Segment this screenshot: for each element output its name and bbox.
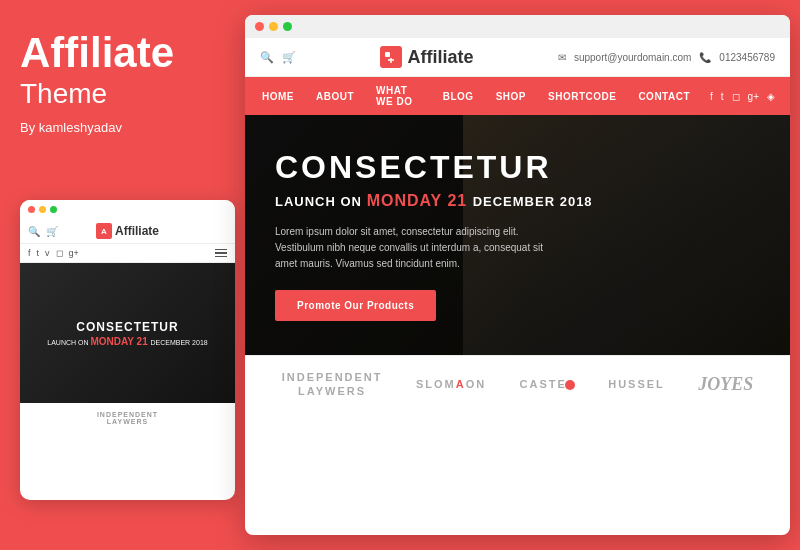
nav-what-we-do[interactable]: WHAT WE DO (374, 77, 423, 115)
desktop-hero-body: Lorem ipsum dolor sit amet, consectetur … (275, 224, 555, 272)
desktop-rss-icon: ◈ (767, 91, 775, 102)
mobile-hero-sub: LAUNCH ON MONDAY 21 DECEMBER 2018 (47, 336, 207, 347)
desktop-hero-date: DECEMBER 2018 (473, 194, 593, 209)
mobile-brand-line1: INDEPENDENT (28, 411, 227, 418)
mobile-google-icon: g+ (69, 248, 79, 258)
desktop-search-icon: 🔍 (260, 51, 274, 64)
nav-contact[interactable]: CONTACT (636, 83, 692, 110)
mobile-hero-day: MONDAY 21 (90, 336, 150, 347)
desktop-hero-content: CONSECTETUR LAUNCH ON MONDAY 21 DECEMBER… (245, 149, 623, 321)
mobile-header: 🔍 🛒 A Affiliate (20, 219, 235, 244)
mobile-logo-area: A Affiliate (96, 223, 159, 239)
mobile-logo-icon: A (96, 223, 112, 239)
nav-shop[interactable]: SHOP (494, 83, 528, 110)
mobile-facebook-icon: f (28, 248, 31, 258)
desktop-launch-label: LAUNCH ON (275, 194, 362, 209)
author-label: By kamleshyadav (20, 120, 230, 135)
desktop-instagram-icon: ◻ (732, 91, 740, 102)
mobile-search-icon: 🔍 (28, 226, 40, 237)
desktop-google-icon: g+ (748, 91, 759, 102)
mobile-hero-title: CONSECTETUR (47, 320, 207, 334)
desktop-logo-text: Affiliate (407, 47, 473, 68)
desktop-hero: CONSECTETUR LAUNCH ON MONDAY 21 DECEMBER… (245, 115, 790, 355)
desktop-mockup: 🔍 🛒 Affiliate ✉ support@yourdomain.com 📞… (245, 15, 790, 535)
brand-hussel: HUSSEL (608, 378, 665, 390)
brand-independent: INDEPENDENTLAYWERS (282, 370, 383, 399)
mobile-hero-content: CONSECTETUR LAUNCH ON MONDAY 21 DECEMBER… (39, 320, 215, 347)
mobile-brand-line2: LAYWERS (28, 418, 227, 425)
nav-blog[interactable]: BLOG (441, 83, 476, 110)
brand-casted: CASTE (520, 378, 575, 390)
brand-title: Affiliate (20, 30, 230, 76)
desktop-logo: Affiliate (380, 46, 473, 68)
nav-shortcode[interactable]: SHORTCODE (546, 83, 618, 110)
desktop-hero-title: CONSECTETUR (275, 149, 593, 186)
mobile-vimeo-icon: v (45, 248, 50, 258)
desktop-top-bar (245, 15, 790, 38)
mobile-hamburger-icon (215, 249, 227, 258)
desktop-brands-bar: INDEPENDENTLAYWERS SLOMAON CASTE HUSSEL … (245, 355, 790, 413)
desktop-hero-subtitle: LAUNCH ON MONDAY 21 DECEMBER 2018 (275, 192, 593, 210)
desktop-header-left: 🔍 🛒 (260, 51, 296, 64)
svg-rect-0 (385, 52, 390, 57)
phone-number: 0123456789 (719, 52, 775, 63)
desktop-twitter-icon: t (721, 91, 724, 102)
brand-subtitle: Theme (20, 78, 230, 110)
mobile-header-icons: 🔍 🛒 (28, 226, 58, 237)
mobile-twitter-icon: t (37, 248, 40, 258)
mobile-dot-red (28, 206, 35, 213)
desktop-header: 🔍 🛒 Affiliate ✉ support@yourdomain.com 📞… (245, 38, 790, 77)
desktop-cart-icon: 🛒 (282, 51, 296, 64)
desktop-hero-day: MONDAY 21 (367, 192, 473, 209)
mobile-top-bar (20, 200, 235, 219)
phone-icon: 📞 (699, 52, 711, 63)
mobile-cart-icon: 🛒 (46, 226, 58, 237)
brand-slomoon: SLOMAON (416, 378, 486, 390)
promote-button[interactable]: Promote Our Products (275, 290, 436, 321)
envelope-icon: ✉ (558, 52, 566, 63)
desktop-nav-social: f t ◻ g+ ◈ (710, 91, 775, 102)
mobile-dot-yellow (39, 206, 46, 213)
desktop-nav: HOME ABOUT WHAT WE DO BLOG SHOP SHORTCOD… (245, 77, 790, 115)
mobile-hero: CONSECTETUR LAUNCH ON MONDAY 21 DECEMBER… (20, 263, 235, 403)
mobile-mockup: 🔍 🛒 A Affiliate f t v ◻ g+ CONSECTETUR L… (20, 200, 235, 500)
desktop-dot-green (283, 22, 292, 31)
mobile-hero-date: DECEMBER 2018 (151, 339, 208, 346)
mobile-dot-green (50, 206, 57, 213)
desktop-dot-red (255, 22, 264, 31)
mobile-brands: INDEPENDENT LAYWERS (20, 403, 235, 433)
desktop-dot-yellow (269, 22, 278, 31)
support-email: support@yourdomain.com (574, 52, 691, 63)
brand-joyes: Joyes (698, 374, 753, 395)
desktop-facebook-icon: f (710, 91, 713, 102)
mobile-logo-text: Affiliate (115, 224, 159, 238)
mobile-launch-text: LAUNCH ON (47, 339, 88, 346)
left-panel: Affiliate Theme By kamleshyadav (20, 30, 230, 135)
mobile-nav: f t v ◻ g+ (20, 244, 235, 263)
mobile-instagram-icon: ◻ (56, 248, 63, 258)
nav-home[interactable]: HOME (260, 83, 296, 110)
desktop-header-right: ✉ support@yourdomain.com 📞 0123456789 (558, 52, 775, 63)
desktop-logo-icon (380, 46, 402, 68)
nav-about[interactable]: ABOUT (314, 83, 356, 110)
